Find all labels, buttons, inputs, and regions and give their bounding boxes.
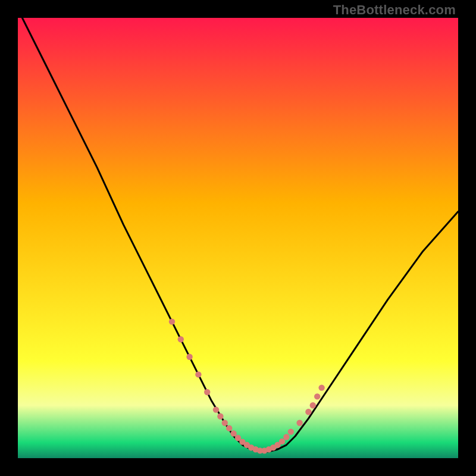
chart-frame: TheBottleneck.com xyxy=(0,0,476,476)
chart-background xyxy=(18,18,458,458)
highlight-dot xyxy=(288,428,294,434)
highlight-dot xyxy=(314,393,320,399)
highlight-dot xyxy=(222,420,228,426)
highlight-dot xyxy=(318,384,324,390)
highlight-dot xyxy=(279,439,285,444)
highlight-dot xyxy=(305,409,311,415)
highlight-dot xyxy=(178,336,184,342)
highlight-dot xyxy=(296,420,302,426)
highlight-dot xyxy=(310,402,316,408)
chart-svg xyxy=(18,18,458,458)
highlight-dot xyxy=(186,354,192,360)
highlight-dot xyxy=(195,371,201,377)
highlight-dot xyxy=(226,425,232,431)
chart-plot-area xyxy=(18,18,458,458)
highlight-dot xyxy=(169,318,175,324)
highlight-dot xyxy=(217,414,223,419)
highlight-dot xyxy=(283,434,289,440)
watermark-text: TheBottleneck.com xyxy=(333,2,456,18)
highlight-dot xyxy=(213,406,219,412)
highlight-dot xyxy=(204,389,210,395)
highlight-dot xyxy=(230,430,236,436)
